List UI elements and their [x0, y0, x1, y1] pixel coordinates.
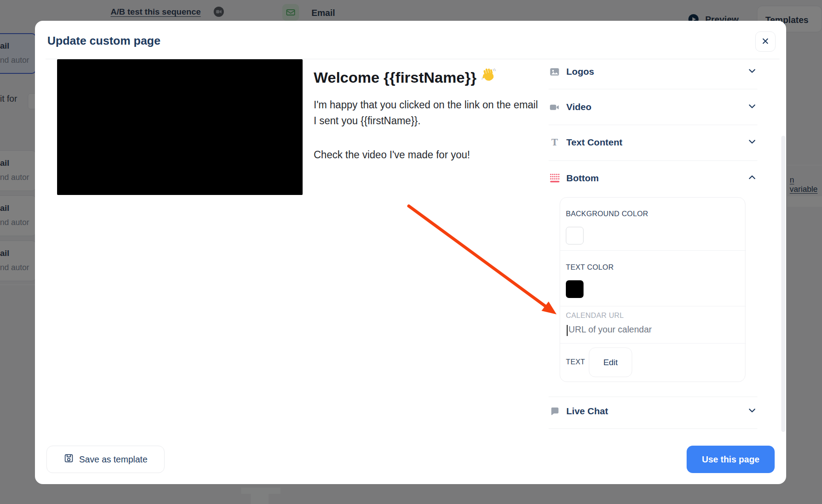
panel-divider	[549, 160, 757, 161]
text-row-label: TEXT	[566, 358, 585, 366]
section-label: Bottom	[566, 173, 747, 183]
card-divider	[560, 306, 746, 306]
section-row-video[interactable]: Video	[549, 95, 757, 118]
chevron-down-icon	[747, 101, 757, 113]
calendar-url-label: CALENDAR URL	[566, 311, 624, 320]
text-color-swatch[interactable]	[566, 280, 584, 298]
app-canvas: A/B test this sequence Email Preview Tem…	[0, 0, 822, 504]
bottom-settings-card: BACKGROUND COLOR TEXT COLOR CALENDAR URL…	[560, 197, 745, 382]
text-cursor	[567, 325, 568, 336]
close-icon	[761, 37, 770, 47]
panel-divider	[549, 397, 757, 397]
preview-heading: Welcome {{firstName}}	[314, 68, 496, 87]
background-color-label: BACKGROUND COLOR	[566, 210, 648, 218]
svg-text:T: T	[551, 137, 558, 148]
section-row-bottom[interactable]: Bottom	[549, 167, 757, 190]
chevron-down-icon	[747, 65, 757, 78]
panel-divider	[549, 125, 757, 125]
card-divider	[560, 343, 746, 344]
background-color-swatch[interactable]	[566, 227, 584, 244]
close-button[interactable]	[755, 31, 776, 52]
chevron-up-icon	[747, 172, 757, 184]
section-row-text-content[interactable]: T Text Content	[549, 131, 757, 154]
section-label: Live Chat	[566, 406, 747, 416]
panel-scrollbar[interactable]	[781, 136, 785, 432]
image-icon	[549, 66, 561, 78]
preview-paragraph-1: I'm happy that you clicked on the link o…	[314, 97, 542, 129]
calendar-url-input[interactable]	[568, 325, 737, 335]
save-as-template-button[interactable]: Save as template	[46, 446, 165, 473]
chat-bubble-icon	[549, 405, 561, 417]
chevron-down-icon	[747, 405, 757, 417]
text-content-icon: T	[549, 137, 561, 149]
preview-heading-text: Welcome {{firstName}}	[314, 68, 476, 87]
preview-paragraph-2: Check the video I've made for you!	[314, 147, 542, 163]
update-custom-page-modal: Update custom page Welcome {{firstName}}	[35, 21, 786, 484]
modal-title: Update custom page	[47, 34, 161, 48]
floppy-icon	[64, 453, 74, 466]
use-this-page-button[interactable]: Use this page	[687, 446, 775, 473]
text-color-label: TEXT COLOR	[566, 263, 614, 271]
card-divider	[560, 250, 746, 251]
video-player-preview[interactable]	[57, 59, 303, 195]
section-label: Text Content	[566, 137, 747, 148]
section-row-logos[interactable]: Logos	[549, 60, 757, 83]
section-label: Video	[566, 102, 747, 112]
video-camera-icon	[549, 101, 561, 113]
panel-divider	[549, 89, 757, 89]
save-as-template-label: Save as template	[79, 454, 148, 465]
chevron-down-icon	[747, 136, 757, 149]
edit-text-button[interactable]: Edit	[589, 347, 632, 377]
panel-divider	[549, 428, 757, 429]
section-row-live-chat[interactable]: Live Chat	[549, 400, 757, 423]
wave-emoji-icon	[481, 68, 496, 87]
grid-bottom-icon	[549, 172, 561, 184]
section-label: Logos	[566, 66, 747, 77]
